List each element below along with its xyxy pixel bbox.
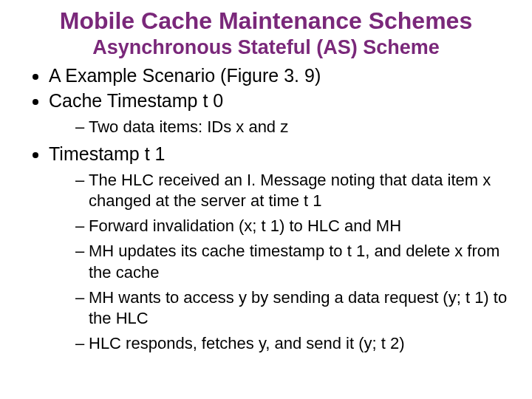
sub-bullet-item: MH updates its cache timestamp to t 1, a… bbox=[75, 241, 510, 282]
slide-subtitle: Asynchronous Stateful (AS) Scheme bbox=[22, 36, 510, 59]
slide-title: Mobile Cache Maintenance Schemes bbox=[22, 7, 510, 35]
sub-bullet-text: Forward invalidation (x; t 1) to HLC and… bbox=[89, 216, 401, 235]
sub-bullet-item: Two data items: IDs x and z bbox=[75, 117, 510, 137]
bullet-item: A Example Scenario (Figure 3. 9) bbox=[49, 64, 510, 87]
bullet-item: Timestamp t 1 The HLC received an I. Mes… bbox=[49, 142, 510, 354]
sub-bullet-text: Two data items: IDs x and z bbox=[89, 117, 288, 136]
bullet-text: A Example Scenario (Figure 3. 9) bbox=[49, 65, 321, 86]
sub-bullet-text: MH updates its cache timestamp to t 1, a… bbox=[89, 242, 499, 281]
bullet-list: A Example Scenario (Figure 3. 9) Cache T… bbox=[22, 64, 510, 354]
sub-bullet-text: MH wants to access y by sending a data r… bbox=[89, 288, 507, 327]
bullet-item: Cache Timestamp t 0 Two data items: IDs … bbox=[49, 89, 510, 137]
sub-bullet-item: Forward invalidation (x; t 1) to HLC and… bbox=[75, 216, 510, 236]
slide: Mobile Cache Maintenance Schemes Asynchr… bbox=[0, 0, 532, 399]
bullet-text: Cache Timestamp t 0 bbox=[49, 90, 223, 111]
sub-bullet-text: The HLC received an I. Message noting th… bbox=[89, 171, 491, 210]
sub-bullet-item: MH wants to access y by sending a data r… bbox=[75, 287, 510, 329]
sub-bullet-text: HLC responds, fetches y, and send it (y;… bbox=[89, 334, 405, 352]
sub-bullet-list: Two data items: IDs x and z bbox=[49, 117, 510, 137]
bullet-text: Timestamp t 1 bbox=[49, 143, 165, 164]
sub-bullet-list: The HLC received an I. Message noting th… bbox=[49, 170, 510, 354]
sub-bullet-item: HLC responds, fetches y, and send it (y;… bbox=[75, 333, 510, 354]
sub-bullet-item: The HLC received an I. Message noting th… bbox=[75, 170, 510, 211]
